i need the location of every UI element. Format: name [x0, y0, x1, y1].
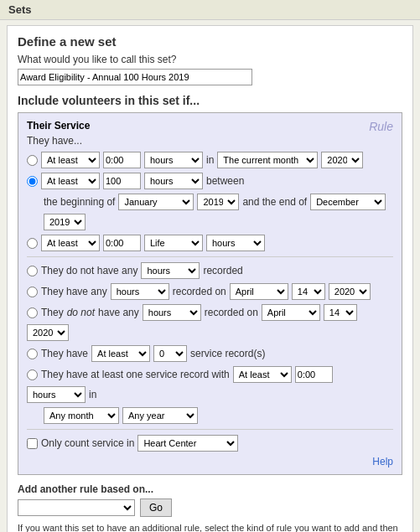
- page-title: Define a new set: [18, 34, 402, 49]
- row-have-any-radio[interactable]: [27, 287, 38, 297]
- add-rule-select[interactable]: Their Service Donor Information Personal…: [18, 499, 135, 516]
- row2-condition[interactable]: At least Less than: [41, 173, 100, 189]
- page-wrapper: Sets Define a new set What would you lik…: [0, 0, 420, 532]
- row2-end-label: and the end of: [242, 196, 307, 208]
- row1-in: in: [206, 154, 214, 166]
- row-at-least-one-value[interactable]: [295, 366, 333, 383]
- row-not-any-unit[interactable]: hours minutes: [143, 304, 201, 321]
- row-not-any-day[interactable]: 14 1: [324, 304, 357, 321]
- row-they-have: They have At least Less than 0 1 2 servi…: [27, 345, 393, 362]
- row-at-least-one-in: in: [89, 389, 96, 400]
- row-not-any-radio[interactable]: [27, 307, 38, 318]
- row-they-have-value[interactable]: 0 1 2: [153, 345, 187, 362]
- row3-value[interactable]: [103, 235, 141, 251]
- row-at-least-one-year[interactable]: Any year 2020 2019: [122, 407, 198, 424]
- rule-label: Rule: [369, 120, 393, 133]
- row-not-any-text3: recorded on: [205, 307, 258, 318]
- row2-end-month[interactable]: January February March April May June Ju…: [310, 194, 386, 210]
- row-they-have-text2: service record(s): [190, 348, 265, 359]
- service-box-title: Their Service: [27, 120, 393, 132]
- include-heading: Include volunteers in this set if...: [18, 94, 402, 107]
- row3-condition[interactable]: At least Less than: [41, 235, 100, 251]
- row2-between: between: [206, 175, 244, 187]
- row-at-least-one-unit[interactable]: hours minutes: [27, 386, 86, 403]
- header-bar: Sets: [0, 0, 420, 20]
- row2-value[interactable]: [103, 173, 141, 189]
- only-count-label: Only count service in: [41, 437, 134, 449]
- row-at-least-one: They have at least one service record wi…: [27, 366, 393, 403]
- row2: At least Less than hours minutes between: [27, 173, 393, 189]
- row-no-any-radio[interactable]: [27, 266, 38, 276]
- add-rule-row: Their Service Donor Information Personal…: [18, 498, 402, 517]
- row1: At least Less than hours minutes in The …: [27, 152, 393, 168]
- row1-unit[interactable]: hours minutes: [144, 152, 203, 168]
- row1-month[interactable]: The current month January February: [217, 152, 318, 168]
- row-have-any-text1: They have any: [41, 286, 107, 297]
- row-only-count: Only count service in Heart Center All l…: [27, 435, 393, 452]
- row-they-have-radio[interactable]: [27, 349, 38, 359]
- service-help-link[interactable]: Help: [27, 456, 393, 467]
- row-have-any-unit[interactable]: hours minutes: [111, 283, 169, 300]
- row3-radio[interactable]: [27, 238, 38, 249]
- row-at-least-one-text1: They have at least one service record wi…: [41, 369, 230, 380]
- main-content: Define a new set What would you like to …: [7, 25, 413, 532]
- row2-radio[interactable]: [27, 176, 38, 187]
- set-name-label: What would you like to call this set?: [18, 54, 402, 65]
- row-no-any-text2: recorded: [203, 265, 242, 276]
- row-no-any-text1: They do not have any: [41, 265, 137, 276]
- row-have-any-day[interactable]: 14 1 2: [292, 283, 325, 300]
- row2-start-month[interactable]: January February March: [118, 194, 194, 210]
- add-rule-section: Add another rule based on... Their Servi…: [18, 483, 402, 532]
- row1-value[interactable]: [103, 152, 141, 168]
- row-not-any-year[interactable]: 2020 2019: [27, 324, 69, 341]
- row2-start-label: the beginning of: [44, 196, 115, 208]
- row2-end-year[interactable]: 2019 2020 2018: [44, 214, 86, 230]
- row2-unit[interactable]: hours minutes: [144, 173, 203, 189]
- divider2: [27, 429, 393, 430]
- row1-year[interactable]: 2020 2019: [321, 152, 363, 168]
- row-at-least-one-subrow: Any month January February Any year 2020…: [44, 407, 393, 424]
- row2-start-year[interactable]: 2019 2020 2018: [197, 194, 239, 210]
- row-they-have-condition[interactable]: At least Less than: [91, 345, 150, 362]
- row-they-have-text1: They have: [41, 348, 88, 359]
- row2-between-section: the beginning of January February March …: [44, 194, 393, 230]
- row-not-any: They do not have any hours minutes recor…: [27, 304, 393, 341]
- set-name-input[interactable]: [18, 69, 252, 85]
- row-have-any-year[interactable]: 2020 2019: [329, 283, 371, 300]
- row-not-any-italic: do not: [67, 307, 95, 318]
- row-have-any: They have any hours minutes recorded on …: [27, 283, 393, 300]
- add-rule-label: Add another rule based on...: [18, 483, 402, 495]
- row1-condition[interactable]: At least Less than: [41, 152, 100, 168]
- row-have-any-month[interactable]: April January: [230, 283, 288, 300]
- instruction-text: If you want this set to have an addition…: [18, 522, 402, 532]
- row-at-least-one-condition[interactable]: At least Less than: [233, 366, 292, 383]
- row-not-any-month[interactable]: April January: [262, 304, 320, 321]
- go-button[interactable]: Go: [140, 498, 172, 517]
- row-not-any-text1: They: [41, 307, 64, 318]
- row3-life[interactable]: Life hours: [144, 235, 203, 251]
- only-count-checkbox[interactable]: [27, 438, 38, 449]
- row-have-any-text2: recorded on: [173, 286, 226, 297]
- row3: At least Less than Life hours hours minu…: [27, 235, 393, 251]
- service-box: Their Service Rule They have... At least…: [18, 112, 402, 475]
- divider1: [27, 256, 393, 257]
- row-not-any-text2: have any: [98, 307, 139, 318]
- row-at-least-one-month[interactable]: Any month January February: [44, 407, 119, 424]
- only-count-dropdown[interactable]: Heart Center All locations: [137, 435, 238, 452]
- row3-unit[interactable]: hours minutes: [206, 235, 265, 251]
- row-no-any-unit[interactable]: hours minutes: [141, 262, 200, 279]
- they-have-label: They have...: [27, 135, 393, 147]
- row-no-any: They do not have any hours minutes recor…: [27, 262, 393, 279]
- row-at-least-one-radio[interactable]: [27, 369, 38, 380]
- row1-radio[interactable]: [27, 155, 38, 166]
- header-title: Sets: [8, 3, 412, 16]
